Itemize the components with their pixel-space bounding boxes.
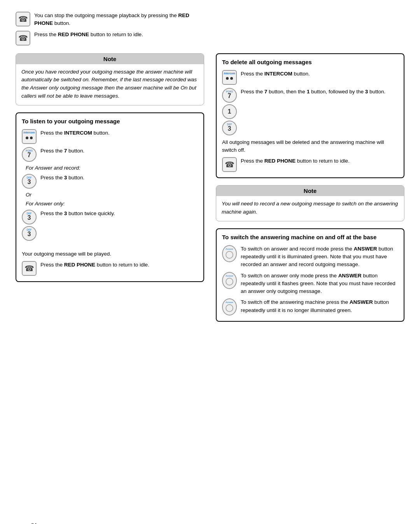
num-button-7-listen: PQR5 7 (22, 147, 37, 162)
listen-played-text: Your outgoing message will be played. (22, 250, 198, 258)
section-listen-title: To listen to your outgoing message (22, 118, 198, 124)
note-text-right: You will need to record a new outgoing m… (222, 200, 399, 216)
answer-icon-3: Answer (222, 298, 237, 315)
switch-step2-text: To switch on answer only mode press the … (241, 272, 398, 296)
num-button-7-delete: PQR5 7 (222, 88, 237, 103)
listen-step4-text: Press the 3 button twice quickly. (40, 210, 198, 217)
note-box-right: Note You will need to record a new outgo… (216, 185, 404, 221)
section-delete-title: To delete all outgoing messages (222, 59, 398, 65)
listen-step-3b: DEF 3 DEF 3 Press the 3 button twice qui… (22, 210, 198, 241)
note-text-left: Once you have recorded your outgoing mes… (21, 68, 198, 101)
delete-step-713: PQR5 7 1 DEF 3 Press (222, 88, 398, 135)
intercom-icon-listen: Intercom (22, 129, 37, 144)
delete-step1-text: Press the INTERCOM button. (241, 70, 398, 78)
delete-step2-text: Press the 7 button, then the 1 button, f… (241, 88, 398, 96)
top-text-1: You can stop the outgoing message playba… (34, 12, 206, 28)
delete-step-intercom: Intercom Press the INTERCOM button. (222, 70, 398, 85)
num-button-3-listen-b2: DEF 3 (22, 226, 37, 241)
intercom-icon-delete: Intercom (222, 70, 237, 85)
top-row-1: ☎ You can stop the outgoing message play… (16, 12, 206, 28)
listen-step2-text: Press the 7 button. (40, 147, 198, 155)
top-row-2: ☎ Press the RED PHONE button to return t… (16, 31, 206, 46)
listen-step-intercom: Intercom Press the INTERCOM button. (22, 129, 198, 144)
section-listen: To listen to your outgoing message Inter… (16, 112, 204, 282)
listen-italic-1: For Answer and record: (26, 165, 198, 171)
section-switch: To switch the answering machine on and o… (216, 228, 404, 322)
phone-icon-listen: ☎ (22, 261, 37, 276)
listen-step1-text: Press the INTERCOM button. (40, 129, 198, 137)
note-box-left: Note Once you have recorded your outgoin… (16, 53, 204, 106)
answer-icon-1: Answer (222, 245, 237, 262)
switch-step-1: Answer To switch on answer and record mo… (222, 245, 398, 269)
switch-step-3: Answer To switch off the answering machi… (222, 298, 398, 315)
answer-icon-2: Answer (222, 272, 237, 289)
delete-step3-text: All outgoing messages will be deleted an… (222, 138, 398, 154)
delete-step-phone: ☎ Press the RED PHONE button to return t… (222, 157, 398, 172)
listen-step-7: PQR5 7 Press the 7 button. (22, 147, 198, 162)
note-title-left: Note (16, 54, 204, 64)
listen-step-phone: ☎ Press the RED PHONE button to return t… (22, 261, 198, 276)
switch-step1-text: To switch on answer and record mode pres… (241, 245, 398, 269)
section-switch-title: To switch the answering machine on and o… (222, 234, 398, 240)
phone-icon-1: ☎ (16, 12, 30, 26)
page-number: 34 (31, 522, 37, 524)
num-button-3-delete: DEF 3 (222, 121, 237, 135)
listen-step5-text: Press the RED PHONE button to return to … (40, 261, 198, 269)
num-button-1-delete: 1 (222, 104, 237, 119)
phone-icon-delete: ☎ (222, 157, 237, 172)
listen-italic-3: For Answer only: (26, 201, 198, 207)
listen-step3-text: Press the 3 button. (40, 174, 198, 182)
switch-step-2: Answer To switch on answer only mode pre… (222, 272, 398, 296)
switch-step3-text: To switch off the answering machine pres… (241, 298, 398, 314)
num-button-3-listen-b1: DEF 3 (22, 210, 37, 224)
listen-italic-2: Or (26, 192, 198, 198)
phone-icon-2: ☎ (16, 31, 30, 46)
section-delete: To delete all outgoing messages Intercom (216, 53, 404, 179)
delete-step4-text: Press the RED PHONE button to return to … (241, 157, 398, 165)
note-title-right: Note (216, 186, 404, 196)
listen-step-3a: DEF 3 Press the 3 button. (22, 174, 198, 189)
top-text-2: Press the RED PHONE button to return to … (34, 31, 143, 39)
num-button-3-listen-a: DEF 3 (22, 174, 37, 189)
